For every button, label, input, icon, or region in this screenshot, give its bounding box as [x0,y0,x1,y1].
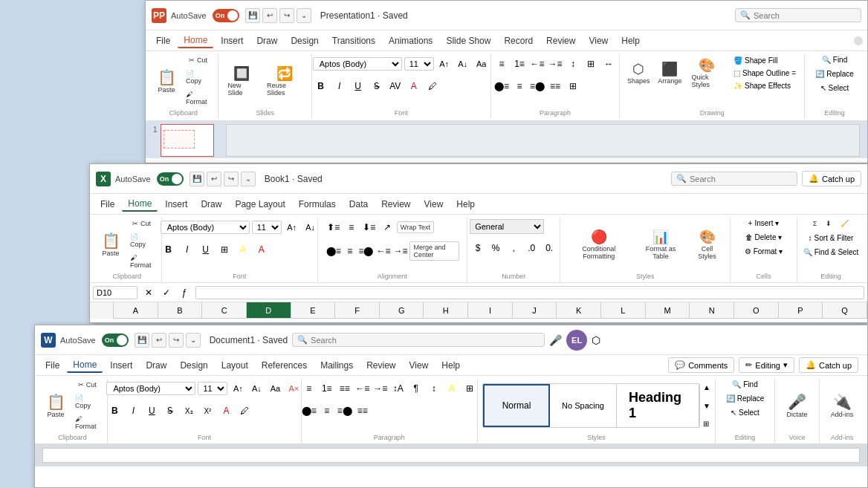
ppt-bullets-btn[interactable]: ≡ [493,56,510,72]
ppt-search-input[interactable] [754,11,856,20]
ppt-align-right[interactable]: ≡⬤ [529,78,545,94]
excel-paste-btn[interactable]: 📋 Paste [97,229,124,260]
word-bold-btn[interactable]: B [106,403,123,419]
word-italic-btn[interactable]: I [125,403,141,419]
word-styles-more[interactable]: ⊞ [703,420,710,428]
ppt-cut-btn[interactable]: ✂ Cut [183,54,213,66]
excel-fill-btn[interactable]: A [235,241,251,258]
excel-insert-function[interactable]: ƒ [176,284,192,301]
excel-percent-btn[interactable]: % [488,240,504,256]
excel-col-B[interactable]: B [158,302,203,318]
excel-inc-places-btn[interactable]: 0. [541,240,557,256]
word-format-painter-btn[interactable]: 🖌 Format [72,413,103,432]
ppt-menu-file[interactable]: File [150,34,176,48]
excel-menu-review[interactable]: Review [375,198,416,211]
word-search-box[interactable]: 🔍 [292,333,545,347]
excel-formula-confirm[interactable]: ✓ [158,284,175,301]
word-increase-font[interactable]: A↑ [230,380,246,397]
excel-menu-help[interactable]: Help [450,198,481,211]
excel-sum-btn[interactable]: Σ [810,218,820,230]
excel-col-N[interactable]: N [690,302,734,318]
excel-rotate-btn[interactable]: ↗ [379,219,395,235]
excel-italic-btn[interactable]: I [179,241,195,258]
ppt-shape-outline-btn[interactable]: ⬚ Shape Outline = [730,68,800,79]
ppt-search-box[interactable]: 🔍 [735,8,861,22]
word-outline-btn[interactable]: ≡≡ [337,380,353,397]
ppt-format-painter-btn[interactable]: 🖌 Format [183,88,213,108]
excel-bold-btn[interactable]: B [161,241,177,258]
excel-increase-font[interactable]: A↑ [284,219,300,235]
ppt-paste-btn[interactable]: 📋 Paste [153,65,180,97]
excel-col-J[interactable]: J [513,302,557,318]
excel-insert-btn[interactable]: + Insert ▾ [745,218,783,229]
excel-menu-pagelayout[interactable]: Page Layout [229,198,291,211]
excel-col-C[interactable]: C [202,302,247,318]
excel-formula-input[interactable] [195,286,864,299]
ppt-bold-btn[interactable]: B [313,78,329,94]
word-font-size[interactable]: 11 [198,382,227,395]
ppt-highlight-btn[interactable]: 🖊 [424,78,441,94]
ppt-undo-btn[interactable]: ↩ [262,8,277,23]
excel-decrease-font[interactable]: A↓ [302,219,319,235]
word-shading[interactable]: A [444,380,460,397]
excel-font-size[interactable]: 11 [252,221,282,234]
word-style-normal[interactable]: Normal [483,384,550,427]
ppt-autosave-toggle[interactable]: On [213,9,239,22]
ppt-decrease-font[interactable]: A↓ [455,56,471,72]
ppt-copy-btn[interactable]: 📄 Copy [183,68,213,87]
excel-menu-insert[interactable]: Insert [159,198,193,211]
word-replace-btn[interactable]: 🔄 Replace [722,393,768,404]
word-menu-home[interactable]: Home [67,358,103,373]
word-menu-insert[interactable]: Insert [104,359,138,372]
ppt-find-btn[interactable]: 🔍 Find [818,54,851,65]
ppt-menu-slideshow[interactable]: Slide Show [440,34,496,48]
excel-wrap-text-btn[interactable]: Wrap Text [397,221,434,233]
excel-underline-btn[interactable]: U [198,241,214,258]
ppt-align-center[interactable]: ≡ [511,78,528,94]
excel-menu-data[interactable]: Data [343,198,374,211]
word-menu-view[interactable]: View [404,359,435,372]
ppt-font-select[interactable]: Aptos (Body) [313,57,402,71]
excel-currency-btn[interactable]: $ [470,240,486,256]
excel-menu-draw[interactable]: Draw [195,198,227,211]
excel-number-format-select[interactable]: General [470,219,544,234]
word-menu-layout[interactable]: Layout [216,359,254,372]
excel-formula-cancel[interactable]: ✕ [140,284,157,301]
word-menu-file[interactable]: File [39,359,65,372]
word-dictate-btn[interactable]: 🎤 Dictate [783,390,812,421]
excel-search-input[interactable] [690,175,792,183]
excel-menu-view[interactable]: View [418,198,450,211]
ppt-italic-btn[interactable]: I [331,78,348,94]
word-more-btn[interactable]: ⌄ [186,333,201,348]
ppt-font-color-btn[interactable]: A [406,78,422,94]
word-comments-btn[interactable]: 💬 Comments [668,357,734,373]
excel-dec-indent[interactable]: ←≡ [375,243,391,259]
ppt-menu-help[interactable]: Help [615,34,646,48]
word-paste-btn[interactable]: 📋 Paste [42,390,69,421]
excel-align-left[interactable]: ⬤≡ [326,243,342,259]
ppt-spacing-btn[interactable]: AV [387,78,404,94]
ppt-menu-draw[interactable]: Draw [250,34,283,48]
ppt-numbering-btn[interactable]: 1≡ [511,56,528,72]
excel-col-G[interactable]: G [380,302,424,318]
word-menu-design[interactable]: Design [174,359,213,372]
excel-border-btn[interactable]: ⊞ [216,241,233,258]
ppt-quick-styles-btn[interactable]: 🎨 Quick Styles [687,54,727,91]
word-menu-mailings[interactable]: Mailings [314,359,359,372]
word-menu-draw[interactable]: Draw [140,359,172,372]
word-redo-btn[interactable]: ↪ [169,333,184,348]
excel-mid-align[interactable]: ≡ [343,219,360,235]
ppt-inc-indent[interactable]: →≡ [547,56,563,72]
ppt-menu-review[interactable]: Review [540,34,581,48]
excel-catch-up-btn[interactable]: 🔔 Catch up [802,171,861,186]
excel-merge-center-btn[interactable]: Merge and Center [409,241,459,261]
word-change-case[interactable]: Aa [267,380,283,397]
excel-col-H[interactable]: H [424,302,468,318]
word-save-btn[interactable]: 💾 [135,333,149,348]
ppt-line-spacing[interactable]: ↕ [565,56,581,72]
word-show-hide[interactable]: ¶ [408,380,424,397]
word-addins-btn[interactable]: 🔌 Add-ins [826,390,858,421]
excel-top-align[interactable]: ⬆≡ [326,219,342,235]
word-select-btn[interactable]: ↖ Select [727,407,763,418]
word-align-left[interactable]: ⬤≡ [301,403,317,419]
